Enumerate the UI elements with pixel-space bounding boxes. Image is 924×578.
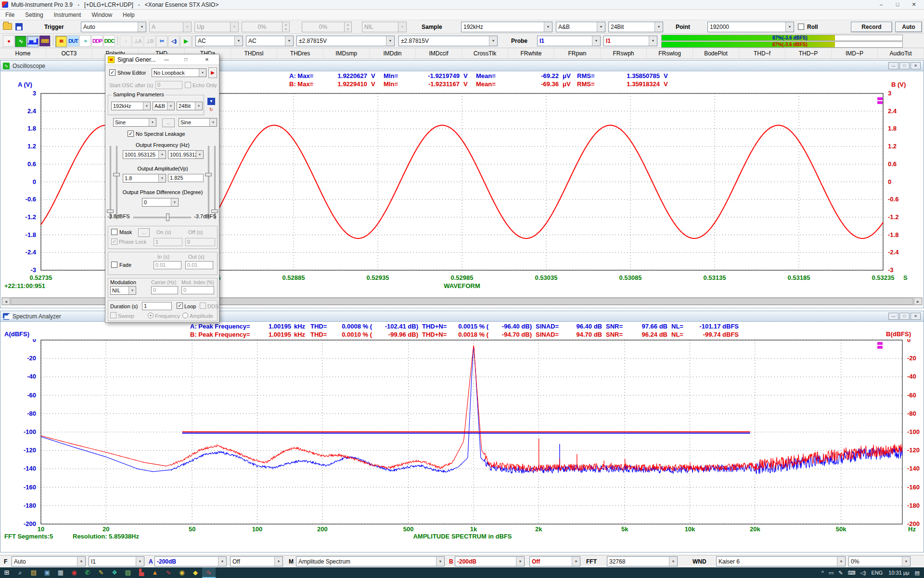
panel-restore-button[interactable]: □: [899, 313, 910, 320]
window-maximize-button[interactable]: □: [889, 0, 906, 9]
sample-rate-select[interactable]: 192kHz▼: [461, 22, 552, 32]
ddp-icon[interactable]: DDP: [91, 35, 103, 47]
app-phone-icon[interactable]: ✆: [81, 567, 94, 578]
amplitude-b-slider[interactable]: [211, 210, 218, 213]
waveform-a-select[interactable]: Sine▼: [113, 118, 156, 127]
show-editor-checkbox[interactable]: [109, 69, 116, 76]
clock[interactable]: 10:31 μμ: [886, 570, 912, 576]
loopback-select[interactable]: No Loopback▼: [152, 68, 206, 77]
tab-thdres[interactable]: THDres: [277, 48, 323, 59]
tab-frpwn[interactable]: FRpwn: [554, 48, 601, 59]
generator-save-icon[interactable]: ▾: [207, 98, 215, 105]
multi-wave-icon[interactable]: ≈: [79, 35, 91, 47]
frequency-probe-select[interactable]: I1▼: [89, 556, 144, 566]
app-antivirus-icon[interactable]: ❖: [108, 567, 121, 578]
a-range-select[interactable]: -200dB▼: [154, 556, 227, 566]
file-explorer-icon[interactable]: ▤: [27, 567, 40, 578]
range-a-select[interactable]: ±2.87815V▼: [296, 36, 395, 46]
frequency-b-select[interactable]: 1001.953125▼: [168, 150, 204, 159]
tray-tablet-icon[interactable]: ▭: [826, 570, 836, 576]
panel-restore-button[interactable]: □: [899, 62, 910, 69]
window-function-select[interactable]: Kaiser 6▼: [716, 556, 846, 566]
fft-size-select[interactable]: 32768▼: [607, 556, 678, 566]
app-pdf-icon[interactable]: ▙: [135, 567, 148, 578]
panel-minimize-button[interactable]: —: [888, 313, 898, 320]
scroll-right-icon[interactable]: ►: [914, 298, 922, 305]
probe-a-select[interactable]: I1▼: [537, 36, 601, 46]
tab-imdsmp[interactable]: IMDsmp: [323, 48, 370, 59]
amplitude-a-select[interactable]: 1.8▼: [123, 174, 166, 183]
mask-checkbox[interactable]: [111, 229, 117, 235]
notification-center-icon[interactable]: ▤: [912, 570, 922, 576]
generator-sample-rate-select[interactable]: 192kHz▼: [111, 102, 151, 110]
tab-oct3[interactable]: OCT3: [46, 48, 92, 59]
start-button[interactable]: ⊞: [0, 567, 13, 578]
app-photos-icon[interactable]: ▣: [40, 567, 54, 578]
signal-generator-icon[interactable]: ≋: [55, 36, 67, 47]
frequency-a-select[interactable]: 1001.953125▼: [123, 150, 166, 159]
dbfs-slider-thumb[interactable]: [166, 213, 169, 221]
window-close-button[interactable]: ✕: [906, 0, 922, 9]
generator-start-button[interactable]: ▶: [208, 67, 217, 78]
menu-window[interactable]: Window: [86, 12, 117, 18]
panel-minimize-button[interactable]: —: [888, 62, 898, 69]
tab-thd~p[interactable]: THD~P: [785, 48, 832, 59]
spectrum-analyzer-icon[interactable]: ▁▅▂▇: [27, 36, 38, 47]
dialog-minimize-button[interactable]: —: [159, 55, 174, 65]
window-minimize-button[interactable]: –: [873, 0, 889, 9]
app-opera-icon[interactable]: ◉: [67, 567, 81, 578]
language-indicator[interactable]: ENG: [868, 570, 886, 576]
oscilloscope-icon[interactable]: ∿: [15, 36, 26, 47]
frequency-b-slider[interactable]: [205, 173, 212, 176]
tab-imdccif[interactable]: IMDccif: [416, 48, 462, 59]
panel-close-button[interactable]: ✕: [911, 62, 921, 69]
generator-loop-icon[interactable]: ↻: [207, 106, 215, 114]
duration-field[interactable]: 1: [142, 302, 172, 310]
menu-setting[interactable]: Setting: [20, 12, 48, 18]
probe-b-select[interactable]: I1▼: [603, 36, 657, 46]
trigger-mode-select[interactable]: Auto▼: [81, 22, 146, 32]
app-notes-icon[interactable]: ▤: [121, 567, 135, 578]
dialog-close-button[interactable]: ✕: [200, 55, 214, 65]
generator-bits-select[interactable]: 24Bit▼: [177, 102, 203, 110]
ddc-icon[interactable]: DDC: [103, 35, 115, 47]
roll-checkbox[interactable]: [798, 24, 804, 30]
tab-imddin[interactable]: IMDdin: [370, 48, 416, 59]
multimeter-icon[interactable]: 888: [39, 35, 51, 47]
tab-audiotst[interactable]: AudioTst: [878, 48, 924, 59]
record-icon[interactable]: ●: [3, 35, 14, 47]
amplitude-b-field[interactable]: 1.825: [168, 174, 204, 182]
frequency-a-slider[interactable]: [113, 173, 120, 176]
calibration-icon[interactable]: ✂: [156, 36, 167, 47]
overlap-select[interactable]: 0%▼: [848, 556, 911, 566]
app-waveform-icon[interactable]: ∿: [162, 567, 175, 578]
dialog-maximize-button[interactable]: □: [179, 55, 193, 65]
save-icon[interactable]: [15, 23, 23, 30]
record-button[interactable]: Record: [851, 22, 892, 32]
tab-frswlog[interactable]: FRswlog: [647, 48, 693, 59]
modulation-type-select[interactable]: NIL▼: [110, 286, 136, 295]
scroll-left-icon[interactable]: ◄: [2, 298, 10, 305]
app-multi-instrument-icon[interactable]: ∿: [202, 567, 216, 578]
coupling-b-select[interactable]: AC▼: [246, 36, 294, 46]
sound-device-icon[interactable]: ◁): [168, 36, 180, 47]
analysis-mode-select[interactable]: Amplitude Spectrum▼: [296, 556, 445, 566]
fade-checkbox[interactable]: [111, 262, 117, 268]
coupling-a-select[interactable]: AC▼: [195, 36, 243, 46]
b-range-select[interactable]: -200dB▼: [455, 556, 525, 566]
bit-depth-select[interactable]: 24Bit▼: [608, 22, 663, 32]
auto-button[interactable]: Auto: [895, 22, 922, 32]
no-spectral-leakage-checkbox[interactable]: [128, 131, 134, 137]
amplitude-a-slider[interactable]: [107, 210, 114, 213]
dut-icon[interactable]: DUT: [67, 35, 79, 47]
run-icon[interactable]: ▶: [180, 36, 192, 47]
phase-difference-select[interactable]: 0▼: [142, 198, 179, 207]
range-b-select[interactable]: ±2.87815V▼: [398, 36, 498, 46]
tab-crosstlk[interactable]: CrossTlk: [462, 48, 508, 59]
channels-select[interactable]: A&B▼: [556, 22, 605, 32]
loop-checkbox[interactable]: [177, 302, 183, 309]
app-security-icon[interactable]: ◆: [189, 567, 202, 578]
app-chrome-icon[interactable]: ◉: [175, 567, 189, 578]
waveform-more-button[interactable]: ...: [162, 118, 175, 127]
points-select[interactable]: 192000▼: [707, 22, 794, 32]
